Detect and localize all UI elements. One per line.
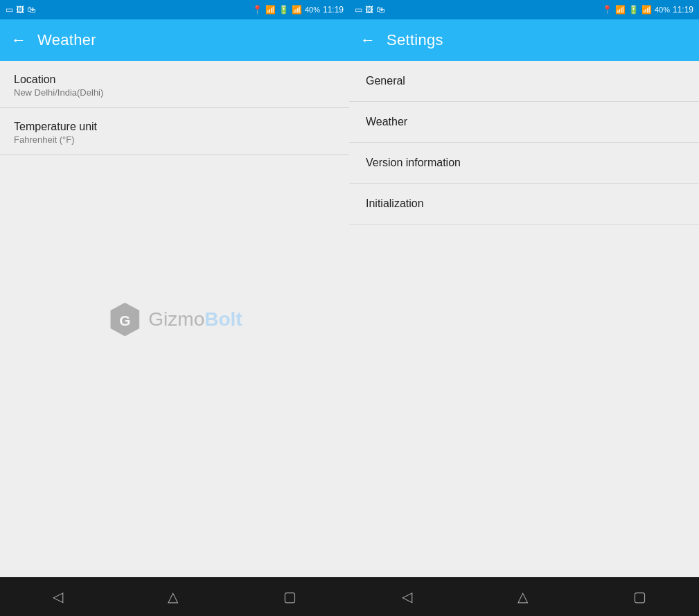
left-phone-panel: ▭ 🖼 🛍 📍 📶 🔋 📶 40% 11:19 ← Weather Locati… <box>0 0 349 616</box>
svg-marker-0 <box>111 302 140 336</box>
location-setting-item[interactable]: Location New Delhi/India(Delhi) <box>0 61 349 108</box>
right-location-icon: 📍 <box>602 6 612 14</box>
left-app-title: Weather <box>37 31 96 49</box>
image-icon: 🖼 <box>16 6 24 14</box>
temperature-setting-item[interactable]: Temperature unit Fahrenheit (°F) <box>0 108 349 155</box>
watermark-bolt: Bolt <box>204 308 242 330</box>
left-home-nav[interactable]: △ <box>154 583 192 610</box>
right-app-title: Settings <box>387 31 443 49</box>
right-recent-nav[interactable]: ▢ <box>619 583 660 610</box>
wifi-icon: 📶 <box>265 6 276 14</box>
right-app-bar: ← Settings <box>349 19 699 61</box>
signal-icon: 📶 <box>292 6 302 14</box>
left-status-icons: ▭ 🖼 🛍 <box>6 6 35 14</box>
menu-item-general[interactable]: General <box>349 61 699 102</box>
right-home-nav[interactable]: △ <box>504 583 542 610</box>
right-content: General Weather Version information Init… <box>349 61 699 577</box>
menu-item-initialization-label: Initialization <box>366 197 424 209</box>
location-title: Location <box>14 73 335 86</box>
left-nav-bar: ◁ △ ▢ <box>0 577 349 616</box>
left-time: 11:19 <box>323 5 344 15</box>
right-back-button[interactable]: ← <box>360 33 375 48</box>
location-icon: 📍 <box>252 6 263 14</box>
watermark-gizmo: Gizmo <box>148 308 204 330</box>
svg-text:G: G <box>119 312 130 328</box>
watermark-text: GizmoBolt <box>148 308 242 331</box>
left-content: Location New Delhi/India(Delhi) Temperat… <box>0 61 349 577</box>
menu-item-weather[interactable]: Weather <box>349 102 699 143</box>
left-back-nav[interactable]: ◁ <box>39 583 77 610</box>
menu-item-initialization[interactable]: Initialization <box>349 184 699 225</box>
right-time: 11:19 <box>673 5 693 15</box>
left-back-button[interactable]: ← <box>11 33 26 48</box>
right-battery-percent: 40% <box>655 6 670 14</box>
left-app-bar: ← Weather <box>0 19 349 61</box>
right-image-icon: 🖼 <box>365 6 373 14</box>
right-battery-icon: 🔋 <box>628 6 639 14</box>
right-nav-bar: ◁ △ ▢ <box>349 577 699 616</box>
bag-icon: 🛍 <box>27 6 35 14</box>
right-screen-icon: ▭ <box>355 6 362 14</box>
right-phone-panel: ▭ 🖼 🛍 📍 📶 🔋 📶 40% 11:19 ← Settings Gener… <box>349 0 699 616</box>
right-status-bar: ▭ 🖼 🛍 📍 📶 🔋 📶 40% 11:19 <box>349 0 699 19</box>
right-status-right: 📍 📶 🔋 📶 40% 11:19 <box>602 5 693 15</box>
right-status-icons: ▭ 🖼 🛍 <box>355 6 384 14</box>
temperature-subtitle: Fahrenheit (°F) <box>14 134 335 145</box>
right-back-nav[interactable]: ◁ <box>388 583 426 610</box>
watermark: G GizmoBolt <box>107 301 242 337</box>
menu-item-version[interactable]: Version information <box>349 143 699 184</box>
menu-item-weather-label: Weather <box>366 116 407 127</box>
temperature-title: Temperature unit <box>14 121 335 133</box>
left-status-bar: ▭ 🖼 🛍 📍 📶 🔋 📶 40% 11:19 <box>0 0 349 19</box>
screen-icon: ▭ <box>6 6 13 14</box>
right-wifi-icon: 📶 <box>615 6 626 14</box>
battery-percent: 40% <box>305 6 320 14</box>
left-recent-nav[interactable]: ▢ <box>269 583 310 610</box>
gizmobolt-logo-icon: G <box>107 301 143 337</box>
right-signal-icon: 📶 <box>642 6 652 14</box>
location-subtitle: New Delhi/India(Delhi) <box>14 87 335 98</box>
left-status-right: 📍 📶 🔋 📶 40% 11:19 <box>252 5 344 15</box>
battery-icon: 🔋 <box>278 6 289 14</box>
right-bag-icon: 🛍 <box>376 6 384 14</box>
menu-item-general-label: General <box>366 75 405 87</box>
menu-item-version-label: Version information <box>366 157 461 168</box>
